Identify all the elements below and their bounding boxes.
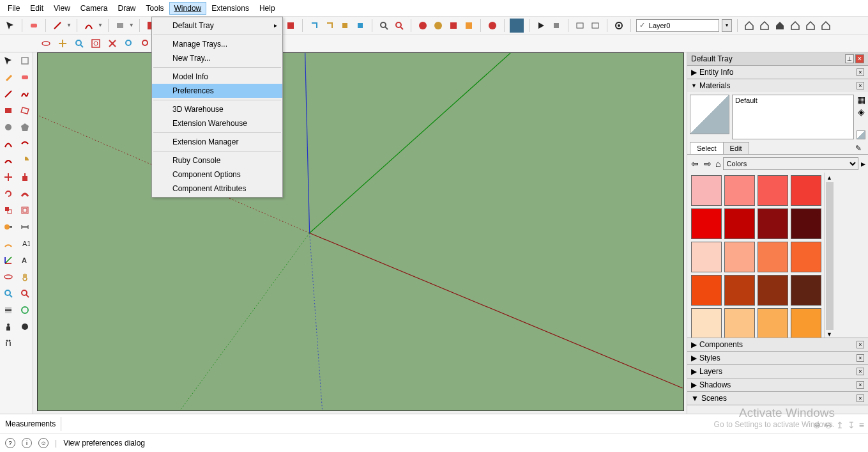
details-icon[interactable]: ▸	[861, 159, 865, 169]
color-swatch[interactable]	[691, 242, 722, 272]
3pt-arc-icon[interactable]	[0, 152, 17, 169]
house-icon[interactable]	[804, 19, 817, 32]
component-icon[interactable]	[17, 52, 33, 69]
paint-icon[interactable]	[0, 69, 17, 86]
eraser-icon[interactable]	[27, 19, 40, 32]
toolbar-icon[interactable]	[139, 37, 152, 50]
color-swatch[interactable]	[758, 208, 788, 239]
help-icon[interactable]: ?	[5, 438, 15, 448]
color-swatch[interactable]	[724, 308, 755, 338]
menu-model-info[interactable]: Model Info	[152, 70, 282, 84]
menu-extensions[interactable]: Extensions	[206, 2, 254, 15]
stop-icon[interactable]	[550, 19, 563, 32]
orbit-icon[interactable]	[0, 269, 17, 285]
menu-manage-trays[interactable]: Manage Trays...	[152, 37, 282, 51]
material-name-field[interactable]: Default	[732, 95, 854, 139]
rectangle-icon[interactable]	[0, 102, 17, 119]
toolbar-icon[interactable]	[284, 19, 297, 32]
scrollbar[interactable]	[826, 182, 834, 330]
toolbar-icon[interactable]	[432, 19, 445, 32]
menu-help[interactable]: Help	[254, 2, 280, 15]
close-icon[interactable]: ×	[857, 394, 864, 402]
rotate-icon[interactable]	[0, 185, 17, 202]
line-icon[interactable]	[0, 86, 17, 102]
house-icon[interactable]	[789, 19, 802, 32]
close-icon[interactable]: ×	[857, 341, 864, 348]
house-icon[interactable]	[773, 19, 786, 32]
color-swatch[interactable]	[724, 208, 755, 239]
tray-header[interactable]: Default Tray ⊥ ✕	[687, 52, 868, 66]
toolbar-icon[interactable]	[17, 318, 33, 335]
menu-window[interactable]: Window	[169, 2, 207, 15]
toolbar-icon[interactable]	[354, 19, 367, 32]
flyout-icon[interactable]: ▼	[66, 22, 72, 28]
menu-draw[interactable]: Draw	[113, 2, 141, 15]
freehand-icon[interactable]	[17, 86, 33, 102]
walk-icon[interactable]	[0, 335, 17, 352]
color-swatch[interactable]	[758, 175, 788, 206]
home-icon[interactable]: ⌂	[715, 159, 720, 169]
menu-edit[interactable]: Edit	[25, 2, 49, 15]
scroll-down-icon[interactable]: ▼	[826, 331, 832, 338]
user-icon[interactable]: ☺	[38, 438, 49, 448]
circle-icon[interactable]	[0, 119, 17, 136]
toolbar-icon[interactable]	[323, 19, 336, 32]
toolbar-icon[interactable]	[574, 19, 586, 32]
color-swatch[interactable]	[758, 308, 788, 338]
close-icon[interactable]: ×	[857, 354, 864, 362]
default-material-icon[interactable]	[857, 130, 865, 139]
menu-tools[interactable]: Tools	[141, 2, 169, 15]
house-icon[interactable]	[743, 19, 756, 32]
color-swatch[interactable]	[791, 208, 821, 239]
tab-select[interactable]: Select	[690, 142, 724, 154]
scene-down-icon[interactable]: ↧	[848, 420, 855, 430]
scenes-section[interactable]: ▼Scenes×	[687, 392, 868, 405]
color-swatch[interactable]	[791, 308, 821, 338]
menu-3d-warehouse[interactable]: 3D Warehouse	[152, 102, 282, 116]
toolbar-icon[interactable]	[106, 37, 119, 50]
rotated-rect-icon[interactable]	[17, 102, 33, 119]
color-swatch[interactable]	[791, 275, 821, 306]
zoom-icon[interactable]	[0, 285, 17, 302]
scroll-up-icon[interactable]: ▲	[826, 175, 832, 181]
zoom-icon[interactable]	[377, 19, 390, 32]
menu-new-tray[interactable]: New Tray...	[152, 51, 282, 65]
axes-icon[interactable]	[0, 252, 17, 269]
menu-file[interactable]: File	[3, 2, 25, 15]
flyout-icon[interactable]: ▼	[98, 22, 103, 28]
toolbar-icon[interactable]	[462, 19, 475, 32]
person-icon[interactable]	[0, 318, 17, 335]
zoom-extents-icon[interactable]	[393, 19, 406, 32]
followme-icon[interactable]	[17, 185, 33, 202]
arc-icon[interactable]	[0, 136, 17, 152]
toolbar-icon[interactable]	[447, 19, 460, 32]
scene-menu-icon[interactable]: ≡	[859, 420, 864, 430]
zoom-extents-icon[interactable]	[123, 37, 135, 50]
eraser-icon[interactable]	[17, 69, 33, 86]
dimension-icon[interactable]	[17, 219, 33, 235]
toolbar-icon[interactable]	[416, 19, 429, 32]
menu-ruby-console[interactable]: Ruby Console	[152, 153, 282, 168]
sample-icon[interactable]: ◈	[858, 107, 865, 117]
line-tool-icon[interactable]	[51, 19, 64, 32]
close-icon[interactable]: ×	[857, 381, 864, 389]
back-icon[interactable]: ⇦	[690, 159, 700, 169]
protractor-icon[interactable]	[0, 235, 17, 252]
2pt-arc-icon[interactable]	[17, 136, 33, 152]
color-swatch[interactable]	[791, 242, 821, 272]
color-swatch[interactable]	[724, 242, 755, 272]
lumion-icon[interactable]	[510, 19, 524, 33]
color-swatch[interactable]	[691, 275, 722, 306]
toolbar-icon[interactable]	[339, 19, 351, 32]
color-swatch[interactable]	[791, 175, 821, 206]
toolbar-icon[interactable]	[589, 19, 602, 32]
flyout-icon[interactable]: ▼	[129, 22, 134, 28]
color-swatch[interactable]	[758, 242, 788, 272]
layers-section[interactable]: ▶Layers×	[687, 365, 868, 378]
menu-camera[interactable]: Camera	[75, 2, 113, 15]
menu-extension-warehouse[interactable]: Extension Warehouse	[152, 116, 282, 130]
pushpull-icon[interactable]	[17, 169, 33, 185]
color-swatch[interactable]	[691, 175, 722, 206]
scene-up-icon[interactable]: ↥	[836, 420, 844, 430]
pan-icon[interactable]	[56, 37, 69, 50]
